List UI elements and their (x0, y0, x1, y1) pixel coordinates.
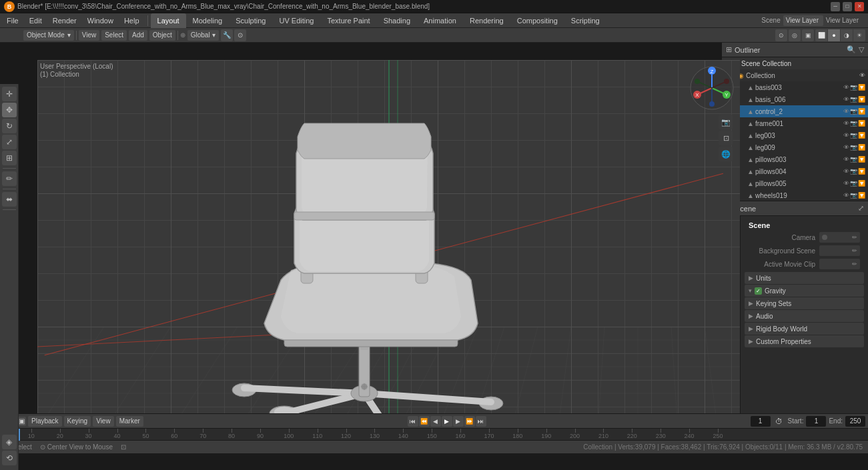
tab-sculpting[interactable]: Sculpting (229, 13, 272, 28)
menu-render[interactable]: Render (47, 15, 82, 26)
tab-uv-editing[interactable]: UV Editing (272, 13, 320, 28)
pillows005-vis-icon[interactable]: 👁 (843, 180, 849, 187)
fps-clock-icon[interactable]: ⏱ (773, 415, 785, 427)
viewport-canvas[interactable]: User Perspective (Local) (1) Collection … (37, 60, 740, 431)
jump-to-end-btn[interactable]: ⏭ (476, 416, 486, 427)
filter-icon[interactable]: ▽ (859, 45, 864, 54)
jump-to-start-btn[interactable]: ⏮ (408, 416, 418, 427)
pillows004-render-icon[interactable]: 📷 (850, 168, 857, 175)
timeline-keying-btn[interactable]: Keying (64, 416, 91, 427)
control2-vis-icon[interactable]: 👁 (843, 108, 849, 115)
pillows003-vis-icon[interactable]: 👁 (843, 156, 849, 163)
wheels019-vis-icon[interactable]: 👁 (843, 192, 849, 199)
tab-compositing[interactable]: Compositing (510, 13, 564, 28)
timeline-marker-btn[interactable]: Marker (116, 416, 143, 427)
global-dropdown[interactable]: Global ▾ (187, 30, 219, 41)
annotate-tool-btn[interactable]: ✏ (2, 171, 17, 186)
basis003-render-icon[interactable]: 📷 (850, 84, 857, 91)
transform-tool-btn[interactable]: ⊞ (2, 151, 17, 165)
timeline-ruler[interactable]: 0102030405060708090100110120130140150160… (0, 429, 868, 441)
camera-view-btn[interactable]: 📷 (719, 115, 733, 129)
properties-expand-icon[interactable]: ⤢ (858, 204, 864, 213)
camera-edit-icon[interactable]: ✏ (852, 234, 857, 241)
tab-layout[interactable]: Layout (151, 13, 186, 28)
current-frame-input[interactable]: 1 (751, 416, 771, 427)
lookdev-mode-btn[interactable]: ◑ (841, 29, 853, 41)
tab-modeling[interactable]: Modeling (186, 13, 230, 28)
outliner-item-basis003[interactable]: ▲ basis003 👁 📷 🔽 (722, 81, 868, 93)
basis006-vis-icon[interactable]: 👁 (843, 96, 849, 103)
rigid-body-header[interactable]: ▶ Rigid Body World (745, 323, 864, 335)
jump-next-frame-btn[interactable]: ▶ (453, 416, 464, 427)
perspective-ortho-btn[interactable]: ⊡ (719, 131, 733, 145)
play-btn[interactable]: ▶ (442, 416, 452, 427)
end-frame-input[interactable]: 250 (845, 416, 865, 427)
object-button[interactable]: Object (149, 30, 175, 41)
proportional-edit-icon[interactable]: ⊙ (234, 29, 246, 41)
wheels019-select-icon[interactable]: 🔽 (858, 192, 865, 199)
control2-render-icon[interactable]: 📷 (850, 108, 857, 115)
tab-scripting[interactable]: Scripting (564, 13, 606, 28)
add-button[interactable]: Add (129, 30, 147, 41)
bg-scene-value[interactable]: ✏ (819, 245, 860, 256)
pillows003-render-icon[interactable]: 📷 (850, 156, 857, 163)
rendered-mode-btn[interactable]: ☀ (853, 29, 865, 41)
start-frame-input[interactable]: 1 (806, 416, 826, 427)
outliner-scene-collection[interactable]: ▾ 🎬 Scene Collection (722, 57, 868, 69)
pillows004-vis-icon[interactable]: 👁 (843, 168, 849, 175)
pillows005-select-icon[interactable]: 🔽 (858, 180, 865, 187)
leg009-select-icon[interactable]: 🔽 (858, 144, 865, 151)
extra-tool-2[interactable]: ⟲ (2, 451, 17, 465)
leg003-vis-icon[interactable]: 👁 (843, 132, 849, 139)
outliner-collection[interactable]: ▾ ◉ Collection 👁 (722, 69, 868, 81)
movie-clip-value[interactable]: ✏ (819, 259, 860, 269)
cursor-tool-btn[interactable]: ✛ (2, 87, 17, 101)
outliner-item-leg003[interactable]: ▲ leg003 👁 📷 🔽 (722, 129, 868, 141)
control2-select-icon[interactable]: 🔽 (858, 108, 865, 115)
bg-scene-edit-icon[interactable]: ✏ (852, 247, 857, 254)
tab-rendering[interactable]: Rendering (463, 13, 510, 28)
movie-clip-edit-icon[interactable]: ✏ (852, 261, 857, 267)
keying-sets-header[interactable]: ▶ Keying Sets (745, 297, 864, 309)
outliner-item-pillows004[interactable]: ▲ pillows004 👁 📷 🔽 (722, 165, 868, 177)
scale-tool-btn[interactable]: ⤢ (2, 135, 17, 149)
timeline-view-btn[interactable]: View (93, 416, 114, 427)
menu-edit[interactable]: Edit (24, 15, 47, 26)
outliner-item-frame001[interactable]: ▲ frame001 👁 📷 🔽 (722, 117, 868, 129)
close-button[interactable]: ✕ (855, 2, 864, 11)
extra-tool-1[interactable]: ◈ (2, 435, 17, 449)
basis006-select-icon[interactable]: 🔽 (858, 96, 865, 103)
move-tool-btn[interactable]: ✥ (2, 103, 17, 117)
audio-section-header[interactable]: ▶ Audio (745, 310, 864, 322)
navigation-gizmo[interactable]: Z Y X (689, 65, 735, 111)
snap-magnet-icon[interactable]: 🔧 (221, 29, 233, 41)
outliner-item-control2[interactable]: ▲ control_2 👁 📷 🔽 (722, 105, 868, 117)
gravity-checkbox[interactable]: ✓ (755, 287, 762, 295)
wireframe-mode-btn[interactable]: ⬜ (815, 29, 827, 41)
pillows004-select-icon[interactable]: 🔽 (858, 168, 865, 175)
next-keyframe-btn[interactable]: ⏩ (464, 416, 475, 427)
outliner-item-basis006[interactable]: ▲ basis_006 👁 📷 🔽 (722, 93, 868, 105)
solid-mode-btn[interactable]: ● (828, 29, 840, 41)
gravity-section-header[interactable]: ▾ ✓ Gravity (745, 285, 864, 297)
scene-input[interactable]: View Layer (783, 15, 823, 26)
basis003-vis-icon[interactable]: 👁 (843, 84, 849, 91)
leg003-select-icon[interactable]: 🔽 (858, 132, 865, 139)
search-icon[interactable]: 🔍 (847, 45, 856, 54)
units-section-header[interactable]: ▶ Units (745, 272, 864, 284)
measure-tool-btn[interactable]: ⬌ (2, 192, 17, 207)
maximize-button[interactable]: □ (843, 2, 852, 11)
custom-props-header[interactable]: ▶ Custom Properties (745, 335, 864, 347)
tab-shading[interactable]: Shading (377, 13, 417, 28)
basis003-select-icon[interactable]: 🔽 (858, 84, 865, 91)
timeline-playback-btn[interactable]: Playback (28, 416, 62, 427)
tab-texture-paint[interactable]: Texture Paint (320, 13, 376, 28)
leg009-render-icon[interactable]: 📷 (850, 144, 857, 151)
select-button[interactable]: Select (101, 30, 127, 41)
outliner-item-pillows005[interactable]: ▲ pillows005 👁 📷 🔽 (722, 177, 868, 189)
view-button[interactable]: View (79, 30, 100, 41)
viewport-gizmos-btn[interactable]: ⊙ (775, 29, 787, 41)
leg009-vis-icon[interactable]: 👁 (843, 144, 849, 151)
outliner-item-wheels019[interactable]: ▲ wheels019 👁 📷 🔽 (722, 189, 868, 201)
pillows003-select-icon[interactable]: 🔽 (858, 156, 865, 163)
